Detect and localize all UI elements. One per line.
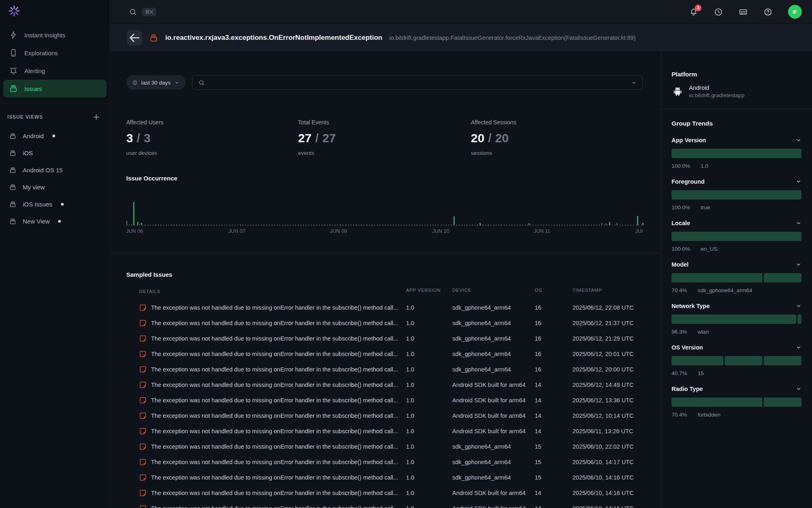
add-view-button[interactable] (92, 113, 101, 122)
time-range-value: last 30 days (141, 80, 171, 86)
table-row[interactable]: The exception was not handled due to mis… (139, 331, 643, 346)
trend-label: Locale (672, 220, 690, 226)
trend-value: forbidden (698, 412, 720, 419)
view-box-icon (9, 166, 17, 174)
issue-title: io.reactivex.rxjava3.exceptions.OnErrorN… (165, 34, 382, 42)
cell-device: sdk_gphone64_arm64 (452, 474, 535, 481)
back-button[interactable] (127, 30, 142, 46)
help-icon (763, 7, 773, 17)
table-row[interactable]: The exception was not handled due to mis… (139, 362, 643, 377)
chevron-down-icon[interactable] (796, 345, 801, 350)
table-row[interactable]: The exception was not handled due to mis… (139, 470, 643, 485)
chevron-down-icon[interactable] (631, 80, 637, 85)
unsaved-dot (52, 135, 55, 137)
cell-app-version: 1.0 (406, 505, 452, 508)
cell-details: The exception was not handled due to mis… (151, 304, 398, 311)
topbar: ⌘K 3 (110, 0, 812, 24)
shortcuts-button[interactable] (739, 7, 748, 17)
view-item-android[interactable]: Android (0, 127, 110, 144)
stat-value: 3 (126, 131, 133, 145)
platform-package: io.bitdrift.gradletestapp (689, 92, 745, 98)
view-item-ios[interactable]: iOS (0, 144, 110, 161)
bitdrift-burst-icon (8, 5, 20, 17)
phone-icon (9, 48, 18, 57)
filter-search-input[interactable] (192, 75, 643, 90)
cell-device: Android SDK built for arm64 (452, 412, 535, 419)
cell-os: 16 (535, 366, 572, 373)
history-button[interactable] (714, 7, 723, 17)
table-row[interactable]: The exception was not handled due to mis… (139, 315, 643, 331)
sidebar-item-issues[interactable]: Issues (3, 80, 106, 98)
table-row[interactable]: The exception was not handled due to mis… (139, 485, 643, 501)
view-item-new-view[interactable]: New View (0, 213, 110, 230)
table-row[interactable]: The exception was not handled due to mis… (139, 393, 643, 408)
chevron-down-icon[interactable] (796, 220, 801, 226)
cell-device: sdk_gphone64_arm64 (452, 320, 535, 326)
trend-group-locale: Locale100.0%en_US (672, 219, 801, 253)
help-button[interactable] (763, 7, 773, 17)
trend-bar-segment (672, 232, 801, 241)
cell-app-version: 1.0 (406, 443, 452, 450)
user-avatar[interactable]: IF (788, 5, 802, 19)
table-row[interactable]: The exception was not handled due to mis… (139, 377, 643, 393)
trend-bar (672, 190, 801, 200)
cell-os: 16 (535, 351, 572, 357)
chart-spike (137, 222, 138, 225)
chevron-down-icon[interactable] (796, 179, 801, 185)
chart-spike (126, 221, 127, 225)
trend-group-os-version: OS Version40.7%15 (672, 343, 801, 378)
cell-timestamp: 2025/06/12, 22:08 UTC (572, 304, 643, 311)
cell-details: The exception was not handled due to mis… (151, 320, 398, 326)
col-timestamp: TIMESTAMP (572, 288, 643, 295)
table-row[interactable]: The exception was not handled due to mis… (139, 439, 643, 454)
table-row[interactable]: The exception was not handled due to mis… (139, 423, 643, 439)
table-row[interactable]: The exception was not handled due to mis… (139, 501, 643, 508)
view-item-label: iOS (23, 150, 33, 156)
sidebar-item-alerting[interactable]: Alerting (3, 62, 106, 80)
view-item-my-view[interactable]: My view (0, 178, 110, 195)
chevron-down-icon[interactable] (796, 303, 801, 309)
table-row[interactable]: The exception was not handled due to mis… (139, 454, 643, 470)
issue-note-icon (139, 350, 147, 358)
axis-tick-label: JUN 11 (534, 228, 551, 234)
cell-app-version: 1.0 (406, 382, 452, 388)
trend-bar (672, 356, 801, 365)
details-panel: Platform (661, 52, 812, 508)
cell-os: 14 (535, 397, 572, 404)
issue-note-icon (139, 319, 147, 327)
notifications-button[interactable]: 3 (689, 7, 698, 17)
table-row[interactable]: The exception was not handled due to mis… (139, 346, 643, 362)
chevron-down-icon[interactable] (796, 262, 801, 267)
table-row[interactable]: The exception was not handled due to mis… (139, 300, 643, 315)
sidebar-item-explorations[interactable]: Explorations (3, 44, 106, 62)
cell-os: 15 (535, 474, 572, 481)
chevron-down-icon[interactable] (796, 137, 801, 143)
global-search[interactable]: ⌘K (129, 8, 156, 16)
trend-label: Foreground (672, 178, 704, 185)
trend-percent: 100.0% (672, 163, 690, 170)
chart-spike (605, 223, 607, 225)
stats-row: Affected Users3/3user devicesTotal Event… (126, 119, 643, 156)
view-item-android-os-15[interactable]: Android OS 15 (0, 161, 110, 178)
cell-device: sdk_gphone64_arm64 (452, 335, 535, 342)
sidebar-item-label: Alerting (24, 67, 45, 74)
sidebar-nav: Instant InsightsExplorationsAlertingIssu… (0, 26, 110, 98)
cell-details: The exception was not handled due to mis… (151, 459, 398, 465)
view-box-icon (9, 183, 17, 191)
sidebar-item-instant-insights[interactable]: Instant Insights (3, 26, 106, 44)
col-app-version: APP VERSION (406, 288, 452, 295)
chevron-down-icon[interactable] (796, 386, 801, 392)
time-range-filter[interactable]: last 30 days (126, 75, 186, 90)
cell-os: 14 (535, 490, 572, 496)
view-item-ios-issues[interactable]: iOS Issues (0, 195, 110, 213)
trend-bar-segment (797, 315, 801, 324)
table-row[interactable]: The exception was not handled due to mis… (139, 408, 643, 423)
search-shortcut-badge: ⌘K (142, 8, 156, 16)
stat-affected-users: Affected Users3/3user devices (126, 119, 298, 156)
unsaved-dot (58, 220, 61, 223)
cell-device: sdk_gphone64_arm64 (452, 459, 535, 465)
platform-name: Android (689, 85, 745, 91)
trend-bar (672, 273, 801, 282)
brand-logo[interactable] (0, 0, 110, 21)
cell-timestamp: 2025/06/12, 10:14 UTC (572, 412, 643, 419)
